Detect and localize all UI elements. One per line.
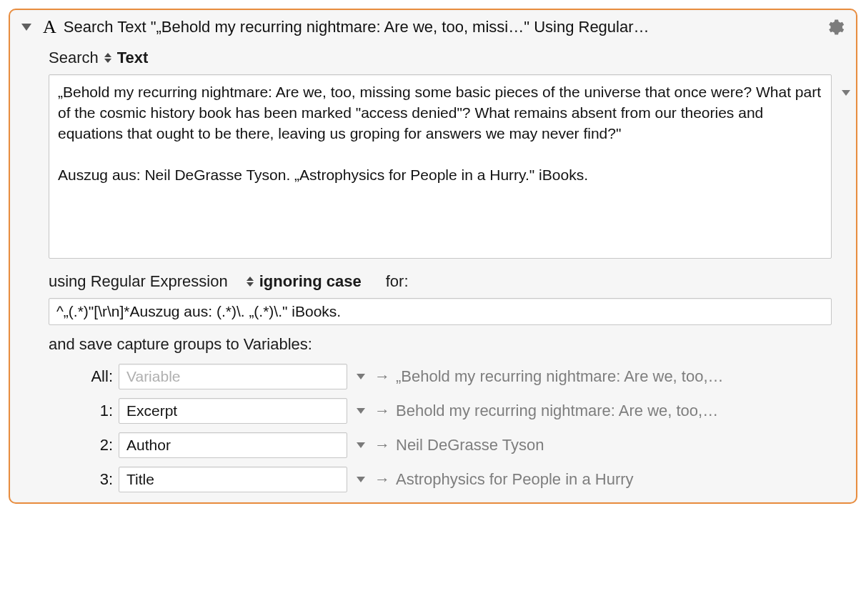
preview-3: Astrophysics for People in a Hurry bbox=[396, 470, 832, 489]
preview-2: Neil DeGrasse Tyson bbox=[396, 436, 832, 454]
arrow-icon: → bbox=[374, 402, 390, 420]
action-header: A Search Text "„Behold my recurring nigh… bbox=[10, 10, 856, 41]
group-label-3: 3: bbox=[49, 470, 113, 489]
search-text-action: A Search Text "„Behold my recurring nigh… bbox=[9, 9, 857, 504]
gear-icon[interactable] bbox=[825, 17, 845, 37]
arrow-icon: → bbox=[374, 436, 390, 454]
disclosure-triangle-icon[interactable] bbox=[21, 24, 31, 31]
arrow-icon: → bbox=[374, 470, 390, 489]
for-label: for: bbox=[386, 272, 409, 291]
save-groups-label: and save capture groups to Variables: bbox=[49, 335, 832, 354]
regex-options-line: using Regular Expression ignoring case f… bbox=[49, 272, 832, 291]
group-label-2: 2: bbox=[49, 436, 113, 454]
regex-pattern-input[interactable] bbox=[49, 298, 832, 325]
expand-chevron-icon[interactable] bbox=[842, 90, 850, 96]
variable-chevron-icon[interactable] bbox=[353, 408, 369, 414]
capture-groups-table: All: → „Behold my recurring nightmare: A… bbox=[49, 364, 832, 492]
variable-input-2[interactable] bbox=[119, 432, 347, 458]
search-mode-stepper[interactable] bbox=[104, 53, 111, 63]
variable-input-3[interactable] bbox=[119, 467, 347, 492]
search-text-input[interactable] bbox=[49, 74, 832, 259]
search-label: Search bbox=[49, 49, 99, 67]
search-mode-value: Text bbox=[117, 49, 149, 67]
case-stepper[interactable] bbox=[247, 277, 254, 287]
using-regex-label: using Regular Expression bbox=[49, 272, 228, 291]
action-title: Search Text "„Behold my recurring nightm… bbox=[64, 18, 817, 36]
variable-chevron-icon[interactable] bbox=[353, 442, 369, 448]
variable-input-all[interactable] bbox=[119, 364, 347, 389]
arrow-icon: → bbox=[374, 367, 390, 386]
variable-input-1[interactable] bbox=[119, 398, 347, 424]
search-mode-line: Search Text bbox=[49, 49, 832, 67]
group-label-1: 1: bbox=[49, 402, 113, 420]
preview-1: Behold my recurring nightmare: Are we, t… bbox=[396, 402, 832, 420]
variable-chevron-icon[interactable] bbox=[353, 374, 369, 379]
ignoring-case-label: ignoring case bbox=[259, 272, 362, 291]
variable-chevron-icon[interactable] bbox=[353, 477, 369, 482]
text-a-icon: A bbox=[39, 18, 56, 36]
group-label-all: All: bbox=[49, 367, 113, 386]
preview-all: „Behold my recurring nightmare: Are we, … bbox=[396, 367, 832, 386]
